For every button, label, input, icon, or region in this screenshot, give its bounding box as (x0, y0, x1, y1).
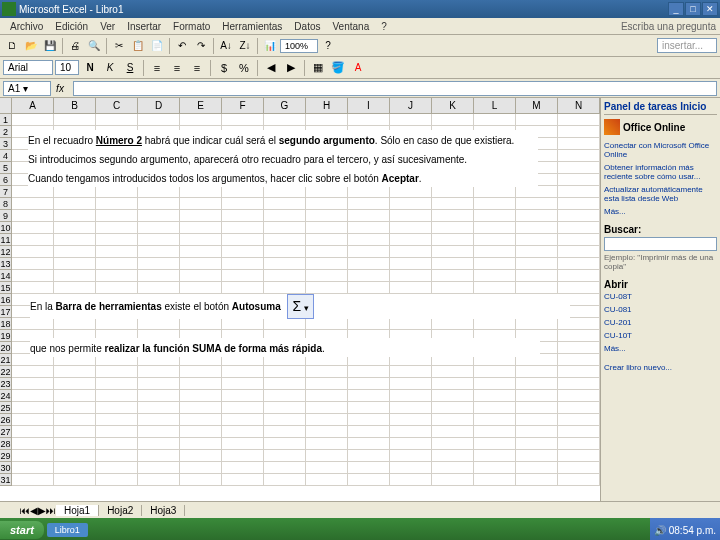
cell[interactable] (138, 222, 180, 234)
cell[interactable] (348, 426, 390, 438)
cell[interactable] (474, 318, 516, 330)
row-header[interactable]: 8 (0, 198, 12, 210)
cell[interactable] (558, 222, 600, 234)
cell[interactable] (558, 450, 600, 462)
cell[interactable] (390, 402, 432, 414)
cell[interactable] (264, 222, 306, 234)
cell[interactable] (558, 366, 600, 378)
cell[interactable] (222, 378, 264, 390)
cell[interactable] (54, 378, 96, 390)
cell[interactable] (138, 402, 180, 414)
cell[interactable] (54, 114, 96, 126)
cell[interactable] (54, 390, 96, 402)
cell[interactable] (348, 186, 390, 198)
cell[interactable] (474, 450, 516, 462)
cell[interactable] (180, 390, 222, 402)
menu-ver[interactable]: Ver (94, 21, 121, 32)
cell[interactable] (222, 318, 264, 330)
fx-icon[interactable]: fx (51, 79, 69, 97)
cell[interactable] (474, 270, 516, 282)
cell[interactable] (264, 210, 306, 222)
cell[interactable] (222, 426, 264, 438)
cell[interactable] (96, 210, 138, 222)
cell[interactable] (474, 462, 516, 474)
cell[interactable] (390, 462, 432, 474)
row-header[interactable]: 15 (0, 282, 12, 294)
cell[interactable] (264, 114, 306, 126)
cell[interactable] (432, 426, 474, 438)
cell[interactable] (180, 462, 222, 474)
align-left-icon[interactable]: ≡ (148, 59, 166, 77)
cell[interactable] (264, 402, 306, 414)
cell[interactable] (432, 114, 474, 126)
cell[interactable] (348, 462, 390, 474)
cell[interactable] (432, 270, 474, 282)
cell[interactable] (96, 318, 138, 330)
tp-new-workbook[interactable]: Crear libro nuevo... (604, 361, 717, 374)
cell[interactable] (474, 414, 516, 426)
cell[interactable] (432, 462, 474, 474)
col-header[interactable]: M (516, 98, 558, 113)
col-header[interactable]: L (474, 98, 516, 113)
cell[interactable] (432, 318, 474, 330)
cell[interactable] (12, 414, 54, 426)
cell[interactable] (558, 186, 600, 198)
tp-file[interactable]: CU-08T (604, 290, 717, 303)
borders-icon[interactable]: ▦ (309, 59, 327, 77)
cell[interactable] (180, 318, 222, 330)
cell[interactable] (138, 438, 180, 450)
cell[interactable] (12, 186, 54, 198)
cell[interactable] (558, 258, 600, 270)
cell[interactable] (12, 450, 54, 462)
cell[interactable] (54, 402, 96, 414)
cell[interactable] (222, 462, 264, 474)
cell[interactable] (96, 438, 138, 450)
cell[interactable] (348, 258, 390, 270)
cell[interactable] (390, 450, 432, 462)
cell[interactable] (222, 474, 264, 486)
cell[interactable] (222, 198, 264, 210)
cell[interactable] (264, 234, 306, 246)
cell[interactable] (138, 390, 180, 402)
cell[interactable] (12, 234, 54, 246)
cell[interactable] (390, 234, 432, 246)
select-all-corner[interactable] (0, 98, 12, 113)
cell[interactable] (180, 114, 222, 126)
paste-icon[interactable]: 📄 (148, 37, 166, 55)
cell[interactable] (348, 438, 390, 450)
cell[interactable] (516, 414, 558, 426)
cell[interactable] (306, 414, 348, 426)
cell[interactable] (138, 210, 180, 222)
cell[interactable] (558, 426, 600, 438)
cell[interactable] (264, 450, 306, 462)
cell[interactable] (54, 246, 96, 258)
col-header[interactable]: C (96, 98, 138, 113)
menu-datos[interactable]: Datos (288, 21, 326, 32)
cell[interactable] (558, 126, 600, 138)
cell[interactable] (306, 474, 348, 486)
cell[interactable] (12, 318, 54, 330)
cell[interactable] (474, 114, 516, 126)
preview-icon[interactable]: 🔍 (85, 37, 103, 55)
cell[interactable] (516, 318, 558, 330)
size-selector[interactable]: 10 (55, 60, 79, 75)
cell[interactable] (54, 210, 96, 222)
cell[interactable] (516, 366, 558, 378)
cell[interactable] (222, 366, 264, 378)
cell[interactable] (222, 402, 264, 414)
cell[interactable] (54, 282, 96, 294)
row-header[interactable]: 31 (0, 474, 12, 486)
cell[interactable] (306, 198, 348, 210)
font-color-icon[interactable]: A (349, 59, 367, 77)
cell[interactable] (264, 318, 306, 330)
row-header[interactable]: 16 (0, 294, 12, 306)
new-icon[interactable]: 🗋 (3, 37, 21, 55)
tp-link[interactable]: Más... (604, 205, 717, 218)
cell[interactable] (558, 150, 600, 162)
cell[interactable] (180, 438, 222, 450)
cell[interactable] (558, 174, 600, 186)
help-search[interactable]: Escriba una pregunta (621, 21, 716, 32)
menu-edicion[interactable]: Edición (49, 21, 94, 32)
cell[interactable] (180, 402, 222, 414)
cell[interactable] (54, 474, 96, 486)
